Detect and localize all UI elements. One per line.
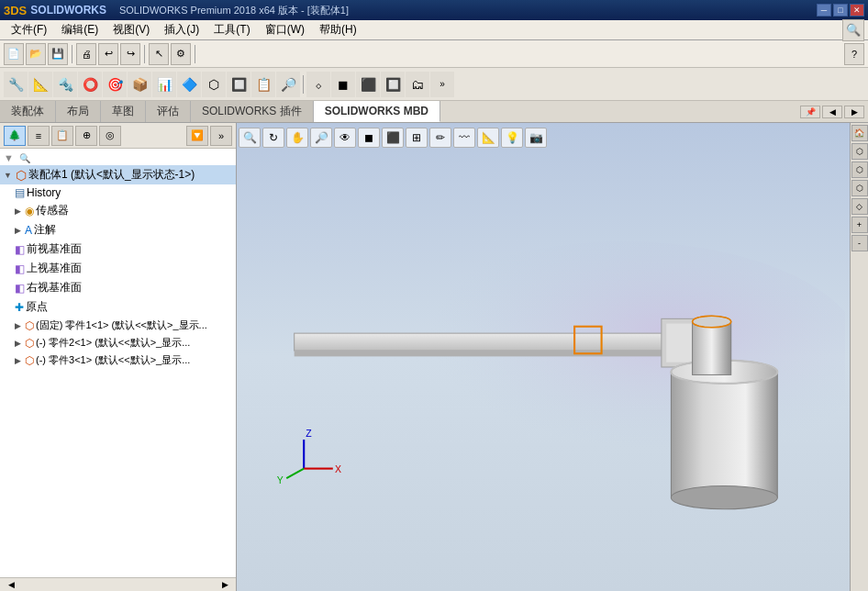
- tree-item-part2[interactable]: ▶ ⬡ (-) 零件2<1> (默认<<默认>_显示...: [0, 334, 236, 351]
- undo-button[interactable]: ↩: [98, 43, 118, 65]
- vp-3d-sketch[interactable]: 📐: [477, 128, 499, 148]
- vp-display-mode[interactable]: ⊞: [406, 128, 428, 148]
- tree-item-origin[interactable]: ✚ 原点: [0, 297, 236, 317]
- tree-root[interactable]: ▼ ⬡ 装配体1 (默认<默认_显示状态-1>): [0, 165, 236, 184]
- menu-insert[interactable]: 插入(J): [157, 20, 206, 39]
- vp-light[interactable]: 💡: [501, 128, 523, 148]
- svg-rect-2: [295, 351, 719, 356]
- vp-zoom-out-icon[interactable]: -: [851, 235, 868, 251]
- menu-edit[interactable]: 编辑(E): [54, 20, 106, 39]
- menu-help[interactable]: 帮助(H): [312, 20, 364, 39]
- vp-rapid-sketch[interactable]: ✏: [429, 128, 451, 148]
- vp-front-icon[interactable]: ⬡: [851, 143, 868, 160]
- search-button[interactable]: 🔍: [842, 19, 864, 41]
- assembly-icon17[interactable]: 🗂: [406, 72, 429, 97]
- property-tab[interactable]: ≡: [28, 126, 50, 146]
- tree-scroll-left[interactable]: ◀: [4, 579, 18, 590]
- mate-tab[interactable]: ⊕: [75, 126, 97, 146]
- assembly-icon4[interactable]: ⭕: [78, 72, 102, 97]
- menu-view[interactable]: 视图(V): [106, 20, 157, 39]
- tree-item-annotation[interactable]: ▶ A 注解: [0, 220, 236, 240]
- close-button[interactable]: ✕: [850, 4, 864, 17]
- vp-zoom[interactable]: 🔎: [310, 128, 332, 148]
- assembly-icon1[interactable]: 🔧: [4, 72, 28, 97]
- tree-root-label: 装配体1 (默认<默认_显示状态-1>): [28, 167, 195, 183]
- assembly-icon16[interactable]: 🔲: [381, 72, 405, 97]
- print-button[interactable]: 🖨: [76, 43, 96, 65]
- feature-tree-tab[interactable]: 🌲: [4, 126, 26, 146]
- redo-button[interactable]: ↪: [120, 43, 140, 65]
- options-button[interactable]: ⚙: [171, 43, 191, 65]
- assembly-icon6[interactable]: 📦: [128, 72, 151, 97]
- tree-scroll-right[interactable]: ▶: [217, 579, 232, 590]
- logo-icon: 3DS: [4, 4, 27, 17]
- assembly-icon10[interactable]: 🔲: [227, 72, 250, 97]
- expand-more[interactable]: »: [430, 72, 454, 97]
- tree-item-history[interactable]: ▤ History: [0, 184, 236, 201]
- svg-text:Z: Z: [306, 428, 312, 439]
- assembly-icon7[interactable]: 📊: [152, 72, 176, 97]
- maximize-button[interactable]: □: [833, 4, 848, 17]
- open-button[interactable]: 📂: [26, 43, 46, 65]
- vp-iso-icon[interactable]: ◇: [851, 198, 868, 215]
- new-button[interactable]: 📄: [4, 43, 24, 65]
- tab-layout[interactable]: 布局: [56, 101, 101, 122]
- config-tab[interactable]: 📋: [51, 126, 73, 146]
- vp-rapid-curve[interactable]: 〰: [453, 128, 475, 148]
- tab-sketch[interactable]: 草图: [101, 101, 146, 122]
- assembly-icon11[interactable]: 📋: [251, 72, 275, 97]
- vp-camera[interactable]: 📷: [525, 128, 547, 148]
- tab-sw-plugins[interactable]: SOLIDWORKS 插件: [191, 101, 314, 122]
- assembly-icon3[interactable]: 🔩: [53, 72, 77, 97]
- tree-item-right-plane[interactable]: ◧ 右视基准面: [0, 278, 236, 297]
- vp-section[interactable]: ⬛: [382, 128, 404, 148]
- assembly-icon12[interactable]: 🔎: [276, 72, 300, 97]
- ribbon-arrow-left[interactable]: ◀: [822, 106, 842, 118]
- expand-more-icon[interactable]: »: [210, 126, 232, 146]
- assembly-icon2[interactable]: 📐: [28, 72, 52, 97]
- tree-item-part3[interactable]: ▶ ⬡ (-) 零件3<1> (默认<<默认>_显示...: [0, 351, 236, 369]
- tree-item-part1[interactable]: ▶ ⬡ (固定) 零件1<1> (默认<<默认>_显示...: [0, 317, 236, 334]
- vp-home-icon[interactable]: 🏠: [851, 125, 868, 141]
- vp-shading[interactable]: ◼: [358, 128, 380, 148]
- svg-text:Y: Y: [277, 474, 284, 485]
- menu-window[interactable]: 窗口(W): [258, 20, 312, 39]
- vp-zoom-to-fit[interactable]: 🔍: [239, 128, 261, 148]
- tree-item-front-plane[interactable]: ◧ 前视基准面: [0, 240, 236, 259]
- tree-item-top-plane[interactable]: ◧ 上视基准面: [0, 259, 236, 278]
- viewport[interactable]: 🔍 ↻ ✋ 🔎 👁 ◼ ⬛ ⊞ ✏ 〰 📐 💡 📷: [237, 123, 868, 591]
- vp-rotate[interactable]: ↻: [262, 128, 284, 148]
- assembly-icon5[interactable]: 🎯: [103, 72, 127, 97]
- vp-right-icon[interactable]: ⬡: [851, 180, 868, 196]
- ribbon-arrow-right[interactable]: ▶: [844, 106, 864, 118]
- vp-view[interactable]: 👁: [334, 128, 356, 148]
- tree-item-history-label: History: [27, 186, 61, 199]
- tree-item-sensor[interactable]: ▶ ◉ 传感器: [0, 201, 236, 220]
- tab-evaluate[interactable]: 评估: [146, 101, 191, 122]
- front-plane-icon: ◧: [15, 243, 25, 256]
- display-tab[interactable]: ◎: [99, 126, 121, 146]
- help-button[interactable]: ?: [844, 43, 864, 65]
- assembly-icon13[interactable]: ⬦: [306, 72, 330, 97]
- menubar-right: 🔍: [842, 19, 864, 41]
- tab-assembly[interactable]: 装配体: [0, 101, 56, 122]
- vp-top-icon[interactable]: ⬡: [851, 162, 868, 178]
- menu-tools[interactable]: 工具(T): [206, 20, 257, 39]
- tab-sw-mbd[interactable]: SOLIDWORKS MBD: [314, 101, 440, 122]
- filter-icon[interactable]: 🔽: [186, 126, 208, 146]
- select-button[interactable]: ↖: [149, 43, 169, 65]
- vp-pan[interactable]: ✋: [286, 128, 308, 148]
- assembly-icon15[interactable]: ⬛: [356, 72, 380, 97]
- minimize-button[interactable]: ─: [817, 4, 831, 17]
- vp-zoom-in-icon[interactable]: +: [851, 217, 868, 233]
- tree-root-icon: ⬡: [16, 168, 27, 183]
- assembly-icon8[interactable]: 🔷: [177, 72, 201, 97]
- save-button[interactable]: 💾: [48, 43, 68, 65]
- assembly-icon9[interactable]: ⬡: [202, 72, 226, 97]
- window-controls[interactable]: ─ □ ✕: [817, 4, 864, 17]
- sep2: [144, 45, 145, 63]
- ribbon-pin[interactable]: 📌: [800, 106, 820, 118]
- menu-file[interactable]: 文件(F): [4, 20, 54, 39]
- model-svg: Z X Y: [246, 152, 845, 582]
- assembly-icon14[interactable]: ◼: [331, 72, 355, 97]
